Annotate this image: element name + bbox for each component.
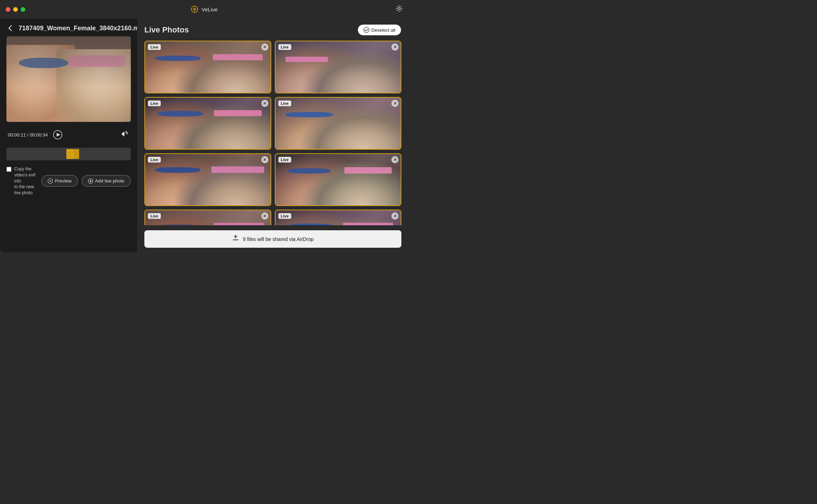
close-button[interactable] xyxy=(6,7,10,12)
photo-thumbnail-7 xyxy=(145,210,271,225)
remove-photo-2[interactable]: ✕ xyxy=(391,43,399,51)
photo-thumbnail-5 xyxy=(145,154,271,205)
play-icon xyxy=(53,130,62,139)
live-badge-6: Live xyxy=(278,157,291,163)
photo-card-7[interactable]: Live ✕ xyxy=(144,210,271,225)
live-badge-1: Live xyxy=(148,44,161,50)
svg-point-2 xyxy=(194,6,195,7)
photo-thumbnail-4 xyxy=(276,98,401,149)
photo-card-2[interactable]: Live ✕ xyxy=(275,41,402,93)
app-icon xyxy=(191,5,199,13)
left-panel: 7187409_Women_Female_3840x2160.mp4 00:00… xyxy=(0,19,137,252)
play-button[interactable] xyxy=(52,129,63,140)
right-header: Live Photos Deselect all xyxy=(144,24,401,36)
airdrop-bar[interactable]: 9 files will be shared via AirDrop xyxy=(144,230,401,248)
volume-icon xyxy=(122,131,129,137)
airdrop-text: 9 files will be shared via AirDrop xyxy=(243,236,313,242)
photo-card-1[interactable]: Live ✕ xyxy=(144,41,271,93)
app-title: VeLive xyxy=(201,6,217,12)
live-badge-8: Live xyxy=(278,213,291,219)
live-badge-2: Live xyxy=(278,44,291,50)
add-icon xyxy=(88,179,93,184)
glasses-pink xyxy=(69,55,125,67)
right-panel: Live Photos Deselect all Live ✕ xyxy=(137,19,408,252)
svg-point-5 xyxy=(197,9,198,10)
back-icon xyxy=(6,24,14,32)
gear-icon xyxy=(396,5,403,12)
live-badge-3: Live xyxy=(148,101,161,106)
main-content: 7187409_Women_Female_3840x2160.mp4 00:00… xyxy=(0,19,408,252)
add-live-photo-button[interactable]: Add live photo xyxy=(82,175,131,187)
glasses-blue xyxy=(19,58,69,68)
airdrop-icon xyxy=(232,235,239,243)
svg-point-4 xyxy=(191,9,192,10)
timeline-marker-secondary xyxy=(74,149,79,159)
bottom-controls: Copy the video's exif info to the new li… xyxy=(6,166,131,196)
settings-button[interactable] xyxy=(396,5,403,14)
photo-thumbnail-8 xyxy=(276,210,401,225)
exif-checkbox-wrapper: Copy the video's exif info to the new li… xyxy=(6,166,38,196)
preview-button[interactable]: Preview xyxy=(41,175,78,187)
live-badge-5: Live xyxy=(148,157,161,163)
live-photos-title: Live Photos xyxy=(144,25,189,35)
file-header: 7187409_Women_Female_3840x2160.mp4 xyxy=(6,24,131,32)
exif-label: Copy the video's exif info to the new li… xyxy=(14,166,38,196)
photo-card-4[interactable]: Live ✕ xyxy=(275,97,402,150)
remove-photo-1[interactable]: ✕ xyxy=(261,43,268,51)
remove-photo-4[interactable]: ✕ xyxy=(391,100,399,107)
titlebar: VeLive xyxy=(0,0,408,19)
remove-photo-8[interactable]: ✕ xyxy=(391,212,399,220)
photos-grid: Live ✕ Live ✕ xyxy=(144,41,401,225)
timeline[interactable] xyxy=(6,148,131,160)
svg-rect-13 xyxy=(233,240,238,240)
back-button[interactable] xyxy=(6,24,14,32)
photo-card-3[interactable]: Live ✕ xyxy=(144,97,271,150)
photo-card-6[interactable]: Live ✕ xyxy=(275,153,402,206)
deselect-all-button[interactable]: Deselect all xyxy=(358,24,401,36)
photo-thumbnail-3 xyxy=(145,98,271,149)
volume-button[interactable] xyxy=(122,131,129,139)
svg-point-6 xyxy=(398,7,400,10)
photo-card-8[interactable]: Live ✕ xyxy=(275,210,402,225)
photo-thumbnail-6 xyxy=(276,154,401,205)
svg-point-1 xyxy=(193,8,196,11)
remove-photo-5[interactable]: ✕ xyxy=(261,156,268,163)
live-badge-4: Live xyxy=(278,101,291,106)
photo-thumbnail-1 xyxy=(145,41,271,93)
video-controls: 00:00:11 / 00:00:34 xyxy=(6,126,131,143)
video-scene-background xyxy=(6,36,131,122)
remove-photo-6[interactable]: ✕ xyxy=(391,156,399,163)
remove-photo-7[interactable]: ✕ xyxy=(261,212,268,220)
svg-point-12 xyxy=(364,27,369,33)
preview-play-icon xyxy=(48,179,53,184)
svg-point-3 xyxy=(194,12,195,13)
timeline-marker xyxy=(66,149,74,159)
video-preview xyxy=(6,36,131,122)
person-left-silhouette xyxy=(6,45,75,122)
upload-icon xyxy=(232,235,239,242)
checkmark-icon xyxy=(364,27,369,33)
person-right-silhouette xyxy=(56,49,131,122)
file-name: 7187409_Women_Female_3840x2160.mp4 xyxy=(19,25,147,32)
minimize-button[interactable] xyxy=(13,7,18,12)
time-current: 00:00:11 / 00:00:34 xyxy=(8,132,48,138)
live-badge-7: Live xyxy=(148,213,161,219)
photo-thumbnail-2 xyxy=(276,41,401,93)
traffic-lights xyxy=(6,7,25,12)
titlebar-center: VeLive xyxy=(191,5,217,13)
exif-checkbox[interactable] xyxy=(6,167,11,172)
photo-card-5[interactable]: Live ✕ xyxy=(144,153,271,206)
remove-photo-3[interactable]: ✕ xyxy=(261,100,268,107)
maximize-button[interactable] xyxy=(21,7,25,12)
svg-marker-8 xyxy=(57,133,60,137)
